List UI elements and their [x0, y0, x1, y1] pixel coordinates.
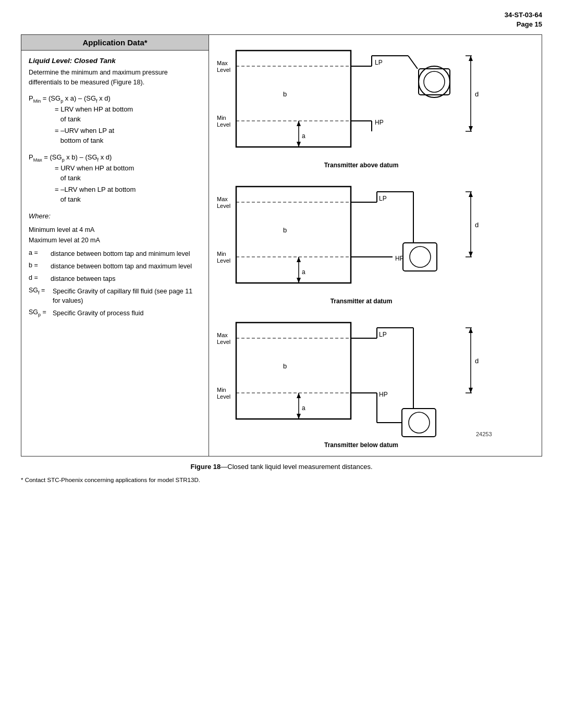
- diagram3-label: Transmitter below datum: [215, 441, 507, 449]
- diagram2-svg: Max Level Min Level b LP: [215, 176, 507, 296]
- diagram1-figure: Max Level Min Level b LP: [215, 40, 507, 169]
- svg-point-71: [409, 412, 430, 433]
- main-content-box: Application Data* Liquid Level: Closed T…: [21, 34, 542, 456]
- svg-text:LP: LP: [379, 195, 387, 202]
- svg-text:Min: Min: [217, 387, 226, 393]
- section-title: Liquid Level: Closed Tank: [29, 57, 201, 65]
- diagram3-section: Max Level Min Level b LP: [215, 312, 535, 449]
- def-d-label: d =: [29, 274, 51, 281]
- svg-marker-25: [469, 126, 473, 131]
- pmin-eq1: = LRV when HP at bottom of tank: [55, 105, 201, 125]
- app-data-title: Application Data*: [82, 38, 147, 47]
- pmin-eq2: = –URV when LP at bottom of tank: [55, 126, 201, 146]
- svg-text:Max: Max: [217, 332, 228, 338]
- svg-text:b: b: [283, 362, 287, 370]
- svg-text:Level: Level: [217, 67, 230, 73]
- svg-point-20: [424, 71, 445, 92]
- def-a-label: a =: [29, 249, 51, 256]
- def-a-row: a = distance between bottom tap and mini…: [29, 249, 201, 258]
- svg-text:HP: HP: [379, 391, 388, 398]
- def-sgf-row: SGf = Specific Gravity of capillary fill…: [29, 287, 201, 305]
- svg-text:HP: HP: [375, 119, 384, 126]
- svg-text:Min: Min: [217, 115, 226, 121]
- ref-line2: Page 15: [517, 20, 542, 28]
- svg-rect-29: [236, 187, 351, 283]
- svg-point-19: [419, 66, 450, 97]
- svg-marker-81: [469, 388, 473, 393]
- svg-rect-43: [403, 243, 437, 271]
- pmax-formula-block: PMax = (SGp x b) – (SGf x d) = URV when …: [29, 153, 201, 205]
- svg-marker-48: [297, 278, 301, 283]
- diagram3-svg: Max Level Min Level b LP: [215, 312, 507, 440]
- figure-caption: Figure 18—Closed tank liquid level measu…: [21, 463, 542, 471]
- pmax-formula-line: PMax = (SGp x b) – (SGf x d): [29, 153, 201, 163]
- svg-marker-77: [297, 414, 301, 419]
- svg-text:Level: Level: [217, 121, 230, 128]
- svg-text:Level: Level: [217, 393, 230, 400]
- svg-text:b: b: [283, 226, 287, 234]
- def-d-text: distance between taps: [51, 274, 201, 283]
- svg-text:a: a: [302, 404, 305, 412]
- svg-rect-21: [419, 69, 450, 95]
- def-sgp-text: Specific Gravity of process fluid: [53, 309, 201, 318]
- svg-marker-47: [297, 257, 301, 262]
- svg-marker-52: [469, 252, 473, 257]
- svg-text:LP: LP: [375, 59, 383, 66]
- intro-text: Determine the minimum and maximum pressu…: [29, 68, 201, 87]
- def-b-label: b =: [29, 262, 51, 269]
- page-container: 34-ST-03-64 Page 15 Application Data* Li…: [0, 0, 563, 728]
- def-ma4: Minimum level at 4 mA: [29, 225, 201, 235]
- pmin-formula-line: PMin = (SGp x a) – (SGf x d): [29, 94, 201, 104]
- definition-block: Minimum level at 4 mA Maximum level at 2…: [29, 225, 201, 245]
- svg-marker-80: [469, 328, 473, 333]
- def-ma20: Maximum level at 20 mA: [29, 236, 201, 245]
- diagram2-label: Transmitter at datum: [215, 298, 507, 305]
- pmin-formula-block: PMin = (SGp x a) – (SGf x d) = LRV when …: [29, 94, 201, 146]
- svg-rect-56: [236, 323, 351, 419]
- svg-text:Level: Level: [217, 257, 230, 264]
- svg-marker-24: [469, 56, 473, 61]
- svg-marker-76: [297, 393, 301, 398]
- svg-text:a: a: [302, 132, 305, 140]
- svg-text:24253: 24253: [476, 431, 492, 437]
- def-sgf-label: SGf =: [29, 287, 53, 295]
- def-a-text: distance between bottom tap and minimum …: [51, 249, 201, 258]
- where-label: Where:: [29, 212, 201, 220]
- left-column: Application Data* Liquid Level: Closed T…: [21, 35, 209, 456]
- diagram1-section: Max Level Min Level b LP: [215, 40, 535, 169]
- svg-text:Level: Level: [217, 203, 230, 209]
- svg-text:b: b: [283, 90, 287, 98]
- diagram1-svg: Max Level Min Level b LP: [215, 40, 507, 160]
- def-b-row: b = distance between bottom tap and maxi…: [29, 262, 201, 271]
- svg-text:Max: Max: [217, 196, 228, 202]
- def-b-text: distance between bottom tap and maximum …: [51, 262, 201, 271]
- svg-text:LP: LP: [379, 331, 387, 338]
- def-sgp-row: SGp = Specific Gravity of process fluid: [29, 309, 201, 318]
- header-ref: 34-ST-03-64 Page 15: [21, 10, 542, 29]
- svg-point-44: [410, 246, 431, 267]
- svg-text:Level: Level: [217, 339, 230, 345]
- diagram2-figure: Max Level Min Level b LP: [215, 176, 507, 305]
- svg-text:a: a: [302, 268, 305, 276]
- ref-line1: 34-ST-03-64: [505, 11, 542, 19]
- figure-caption-rest: —Closed tank liquid level measurement di…: [221, 463, 372, 471]
- def-d-row: d = distance between taps: [29, 274, 201, 283]
- figure-caption-bold: Figure 18: [191, 463, 221, 471]
- diagram2-section: Max Level Min Level b LP: [215, 176, 535, 305]
- app-data-header: Application Data*: [21, 35, 209, 51]
- def-sgp-label: SGp =: [29, 309, 53, 317]
- pmax-eq1: = URV when HP at bottom of tank: [55, 164, 201, 183]
- svg-line-22: [408, 56, 418, 69]
- svg-marker-51: [469, 192, 473, 197]
- svg-marker-16: [297, 121, 301, 126]
- svg-marker-17: [297, 142, 301, 147]
- svg-text:d: d: [475, 357, 479, 365]
- svg-rect-0: [236, 51, 351, 147]
- svg-text:d: d: [475, 90, 479, 98]
- svg-rect-70: [402, 409, 436, 437]
- svg-text:Min: Min: [217, 251, 226, 257]
- diagram3-figure: Max Level Min Level b LP: [215, 312, 507, 449]
- svg-text:Max: Max: [217, 60, 228, 66]
- svg-text:d: d: [475, 221, 479, 229]
- pmax-eq2: = –LRV when LP at bottom of tank: [55, 185, 201, 205]
